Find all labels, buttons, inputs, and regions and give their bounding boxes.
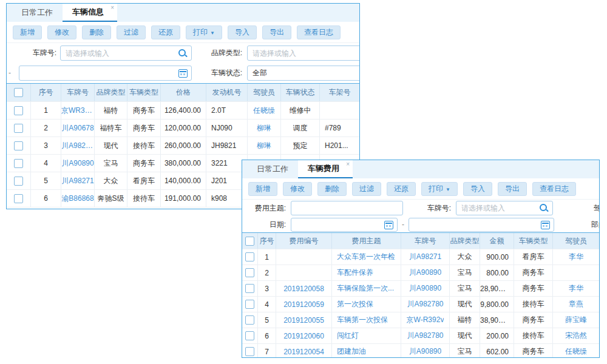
print-button[interactable]: 打印▼ [186,25,222,39]
table-row[interactable]: 42019120059第一次投保川A982780现代9,800.00接待车章燕 [242,297,599,312]
search-icon[interactable] [539,203,549,213]
add-button[interactable]: 新增 [248,182,277,196]
subject-filter-input[interactable] [291,201,402,215]
print-button[interactable]: 打印▼ [421,182,458,196]
cell-plate[interactable]: 川A90678 [61,120,95,136]
filter-button[interactable]: 过滤 [117,25,146,39]
row-checkbox[interactable] [245,347,254,356]
cell-driver[interactable]: 任晓缲 [553,344,599,358]
cell-code[interactable]: 2019120058 [276,281,332,296]
table-row[interactable]: 32019120058车辆保险第一次...川A90890宝马28,900.00商… [242,281,599,297]
import-button[interactable]: 导入 [463,182,492,196]
cell-subject[interactable]: 闯红灯 [332,328,401,343]
table-row[interactable]: 52019120055车辆第一次投保京W-R392v福特38,900.00商务车… [242,312,599,328]
row-checkbox[interactable] [245,331,254,340]
cell-driver[interactable]: 柳琳 [248,137,281,154]
cell-plate[interactable]: 川A90890 [401,344,450,358]
cell-plate[interactable]: 川A98271 [401,249,450,265]
table-row[interactable]: 2川A90678福特车商务车120,000.00NJ090柳琳调度#789 [7,120,359,137]
restore-button[interactable]: 还原 [151,25,180,39]
cell-subject[interactable]: 车辆第一次投保 [332,312,401,328]
calendar-icon[interactable] [178,69,188,78]
cell-plate[interactable]: 京W-R392v [401,312,450,328]
cell-driver[interactable]: 任晓缲 [248,102,281,119]
export-button[interactable]: 导出 [498,182,527,196]
restore-button[interactable]: 还原 [387,182,416,196]
cell-plate[interactable]: 川A90890 [401,281,450,296]
tab-daily-work[interactable]: 日常工作 [12,4,63,22]
cell-plate[interactable]: 川A90890 [401,265,450,280]
row-checkbox[interactable] [14,194,23,203]
cell-seq: 3 [258,281,276,296]
cell-code[interactable]: 2019120054 [276,344,332,358]
cell-subject[interactable]: 车配件保养 [332,265,401,280]
checkbox-cell [242,328,258,343]
edit-button[interactable]: 修改 [283,182,312,196]
cell-plate[interactable]: 川A982780 [61,137,95,154]
cell-subject[interactable]: 团建加油 [332,344,401,358]
tab-vehicle-expense[interactable]: 车辆费用 × [298,160,353,178]
cell-plate[interactable]: 川A90890 [61,155,95,172]
delete-button[interactable]: 删除 [317,182,347,196]
row-checkbox[interactable] [245,315,254,325]
import-button[interactable]: 导入 [228,25,257,39]
row-checkbox[interactable] [245,252,254,261]
row-checkbox[interactable] [14,177,23,186]
filter-button[interactable]: 过滤 [352,182,381,196]
brand-filter-input[interactable] [248,46,360,60]
tab-vehicle-info[interactable]: 车辆信息 × [63,4,117,22]
cell-plate[interactable]: 京WR392v [61,102,95,119]
view-log-button[interactable]: 查看日志 [297,25,341,39]
add-button[interactable]: 新增 [13,25,42,39]
table-row[interactable]: 1京WR392v福特商务车126,400.002.0T任晓缲维修中 [7,102,359,120]
date-from-input[interactable] [291,218,397,231]
select-all-checkbox[interactable] [245,237,254,246]
search-icon[interactable] [178,49,188,58]
cell-code[interactable]: 2019120060 [276,328,332,343]
plate-filter-input[interactable] [456,201,552,215]
cell-driver[interactable]: 章燕 [553,297,599,312]
table-row[interactable]: 2车配件保养川A90890宝马800.00商务车 [242,265,599,281]
table-row[interactable]: 1大众车第一次年检川A98271大众900.00看房车李华 [242,249,599,265]
cell-driver[interactable]: 薛宝峰 [553,312,599,328]
table-row[interactable]: 72019120054团建加油川A90890宝马602.00商务车任晓缲 [242,344,599,358]
table-row[interactable]: 3川A982780现代接待车260,000.00JH9821柳琳预定H201..… [7,137,359,155]
select-all-checkbox[interactable] [14,88,23,97]
checkbox-cell [7,102,31,119]
checkbox-cell [7,155,31,172]
calendar-icon[interactable] [384,221,393,229]
cell-plate[interactable]: 川A982780 [401,297,450,312]
status-filter-select[interactable] [248,66,360,80]
view-log-button[interactable]: 查看日志 [532,182,576,196]
row-checkbox[interactable] [14,141,23,150]
date-filter-input[interactable] [19,66,191,80]
date-to-input[interactable] [409,218,554,231]
cell-code[interactable]: 2019120055 [276,312,332,328]
edit-button[interactable]: 修改 [47,25,76,39]
row-checkbox[interactable] [245,284,254,293]
row-checkbox[interactable] [245,300,254,309]
tab-daily-work[interactable]: 日常工作 [247,160,298,178]
row-checkbox[interactable] [14,106,23,115]
cell-code[interactable]: 2019120059 [276,297,332,312]
cell-driver[interactable]: 柳琳 [248,120,281,136]
plate-filter-input[interactable] [61,46,191,60]
cell-driver[interactable]: 李华 [553,249,599,265]
cell-subject[interactable]: 车辆保险第一次... [332,281,401,296]
cell-driver[interactable]: 李华 [553,281,599,296]
cell-subject[interactable]: 第一次投保 [332,297,401,312]
close-icon[interactable]: × [346,161,350,167]
cell-plate[interactable]: 川A98271 [61,172,95,189]
cell-plate[interactable]: 川A982780 [401,328,450,343]
export-button[interactable]: 导出 [262,25,291,39]
row-checkbox[interactable] [14,124,23,133]
calendar-icon[interactable] [541,221,550,229]
close-icon[interactable]: × [110,4,114,11]
table-row[interactable]: 62019120060闯红灯川A982780现代200.00接待车宋浩然 [242,328,599,344]
cell-driver[interactable]: 宋浩然 [553,328,599,343]
delete-button[interactable]: 删除 [82,25,111,39]
row-checkbox[interactable] [245,268,254,277]
cell-plate[interactable]: 渝B86868 [61,190,95,207]
cell-subject[interactable]: 大众车第一次年检 [332,249,401,265]
row-checkbox[interactable] [14,159,23,168]
